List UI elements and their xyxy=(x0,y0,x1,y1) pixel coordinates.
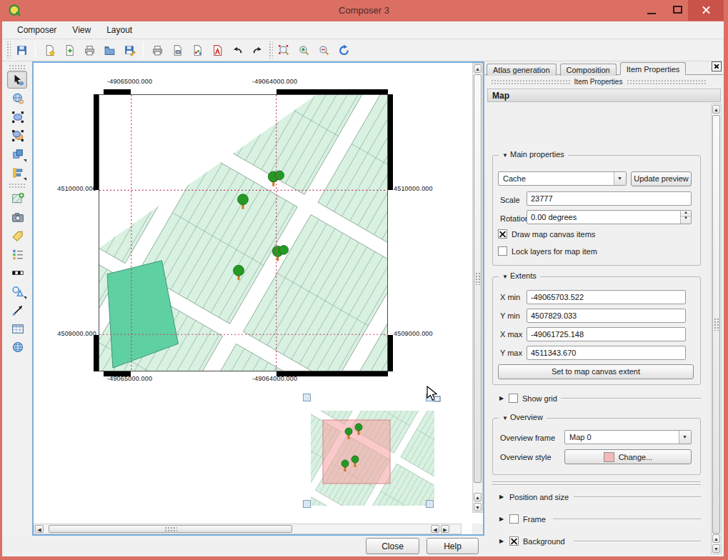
dock-close-button[interactable] xyxy=(712,61,722,71)
zoom-out-button[interactable] xyxy=(314,41,333,59)
save-template-button[interactable] xyxy=(120,41,139,59)
tab-item-properties[interactable]: Item Properties xyxy=(620,62,687,75)
export-image-button[interactable] xyxy=(168,41,186,59)
update-preview-button[interactable]: Update preview xyxy=(631,171,692,186)
position-size-expand-icon[interactable] xyxy=(499,494,507,500)
overview-frame-label: Overview frame xyxy=(500,434,555,442)
add-html-frame-button[interactable] xyxy=(7,338,27,356)
scroll-up-button-2[interactable]: ▲ xyxy=(474,493,482,501)
horizontal-scroll-thumb[interactable] xyxy=(49,525,292,533)
canvas-vertical-scrollbar[interactable]: ▲ ▲ ▼ xyxy=(472,63,483,513)
tab-composition[interactable]: Composition xyxy=(560,64,617,76)
move-item-content-button[interactable] xyxy=(7,89,27,107)
extents-title[interactable]: Extents xyxy=(499,271,540,280)
combo-dropdown-icon[interactable] xyxy=(679,431,691,444)
map-item[interactable] xyxy=(99,94,388,371)
composer-manager-button[interactable] xyxy=(80,41,99,59)
main-properties-title[interactable]: Main properties xyxy=(499,150,568,159)
collapse-arrow-icon[interactable] xyxy=(502,274,510,280)
canvas-horizontal-scrollbar[interactable]: ◀ ◀ ▶ xyxy=(34,524,462,534)
overview-render xyxy=(311,411,434,506)
close-button[interactable]: Close xyxy=(366,538,419,554)
scroll-up-button[interactable]: ▲ xyxy=(474,64,482,73)
add-label-button[interactable] xyxy=(7,226,27,244)
scale-input[interactable] xyxy=(527,191,692,206)
add-basic-shape-button[interactable] xyxy=(7,282,27,300)
zoom-full-button[interactable] xyxy=(274,41,293,59)
select-move-item-button[interactable] xyxy=(7,71,27,89)
frame-expand-icon[interactable] xyxy=(499,516,507,522)
menu-view[interactable]: View xyxy=(64,21,99,39)
duplicate-composer-button[interactable] xyxy=(60,41,79,59)
add-image-button[interactable] xyxy=(7,208,27,226)
menu-layout[interactable]: Layout xyxy=(99,21,140,39)
overview-title[interactable]: Overview xyxy=(499,413,547,421)
panel-scroll-up-button-2[interactable]: ▲ xyxy=(712,534,720,543)
redo-button[interactable] xyxy=(248,41,266,59)
close-window-button[interactable] xyxy=(688,0,724,21)
collapse-arrow-icon[interactable] xyxy=(502,152,510,159)
align-icon xyxy=(11,166,24,179)
add-legend-button[interactable] xyxy=(7,245,27,263)
help-button[interactable]: Help xyxy=(427,538,479,554)
selection-handle[interactable] xyxy=(303,394,311,401)
ymax-input[interactable] xyxy=(527,346,686,360)
add-arrow-button[interactable] xyxy=(7,301,27,319)
ungroup-items-button[interactable] xyxy=(7,126,27,144)
show-grid-expand-icon[interactable] xyxy=(499,395,507,401)
background-expand-icon[interactable] xyxy=(499,538,507,544)
overview-frame-combo[interactable]: Map 0 xyxy=(564,430,692,444)
group-items-button[interactable] xyxy=(7,108,27,126)
overview-style-change-button[interactable]: Change... xyxy=(564,449,692,464)
export-svg-button[interactable] xyxy=(188,41,206,59)
set-to-map-canvas-extent-button[interactable]: Set to map canvas extent xyxy=(498,364,694,379)
composition-page[interactable]: -49065000.000-49064000.000-49065000.000-… xyxy=(34,63,472,524)
export-pdf-button[interactable] xyxy=(208,41,226,59)
menu-composer[interactable]: Composer xyxy=(9,21,64,39)
ymin-input[interactable] xyxy=(527,309,686,323)
selection-handle[interactable] xyxy=(426,500,434,508)
xmax-input[interactable] xyxy=(527,327,686,341)
composition-canvas[interactable]: -49065000.000-49064000.000-49065000.000-… xyxy=(32,61,484,536)
tab-atlas-generation[interactable]: Atlas generation xyxy=(487,64,557,76)
scroll-down-button[interactable]: ▼ xyxy=(474,503,482,511)
panel-scroll-down-button[interactable]: ▼ xyxy=(712,544,720,553)
print-button[interactable] xyxy=(148,41,166,59)
scroll-right-button[interactable]: ▶ xyxy=(441,525,449,533)
refresh-button[interactable] xyxy=(334,41,353,59)
rotation-spinbox[interactable]: 0.00 degrees xyxy=(527,210,692,224)
lock-layers-checkbox[interactable] xyxy=(498,246,507,256)
xmin-input[interactable] xyxy=(527,290,686,304)
panel-scrollbar[interactable]: ▲ ▲ ▼ xyxy=(711,104,722,554)
draw-map-canvas-items-checkbox[interactable] xyxy=(498,229,507,239)
minimize-button[interactable] xyxy=(640,0,663,21)
panel-scroll-thumb[interactable] xyxy=(712,115,720,534)
preview-mode-combo[interactable]: Cache xyxy=(498,171,627,186)
group-icon xyxy=(11,111,24,124)
zoom-in-button[interactable] xyxy=(294,41,313,59)
show-grid-checkbox[interactable] xyxy=(509,394,518,403)
raise-lower-items-button[interactable] xyxy=(7,145,27,163)
add-scalebar-button[interactable] xyxy=(7,264,27,281)
rotation-spin-buttons[interactable] xyxy=(680,211,691,224)
zoomfull-icon xyxy=(278,44,290,56)
add-new-map-button[interactable] xyxy=(7,189,27,207)
selection-handle[interactable] xyxy=(303,500,311,508)
scroll-left-button-2[interactable]: ◀ xyxy=(431,525,439,533)
panel-scroll-up-button[interactable]: ▲ xyxy=(712,105,720,114)
overview-map-item[interactable] xyxy=(311,411,434,506)
scroll-left-button[interactable]: ◀ xyxy=(35,525,44,533)
collapse-arrow-icon[interactable] xyxy=(502,415,510,421)
align-items-button[interactable] xyxy=(7,164,27,181)
frame-checkbox[interactable] xyxy=(509,514,519,524)
save-project-button[interactable] xyxy=(12,41,31,59)
new-composer-button[interactable] xyxy=(40,41,59,59)
vertical-scroll-thumb[interactable] xyxy=(474,74,482,483)
dropdown-indicator-icon xyxy=(24,159,26,162)
background-checkbox[interactable] xyxy=(509,536,519,546)
combo-dropdown-icon[interactable] xyxy=(614,172,626,185)
maximize-button[interactable] xyxy=(666,0,689,21)
add-attribute-table-button[interactable] xyxy=(7,319,27,337)
load-template-button[interactable] xyxy=(100,41,119,59)
undo-button[interactable] xyxy=(228,41,246,59)
